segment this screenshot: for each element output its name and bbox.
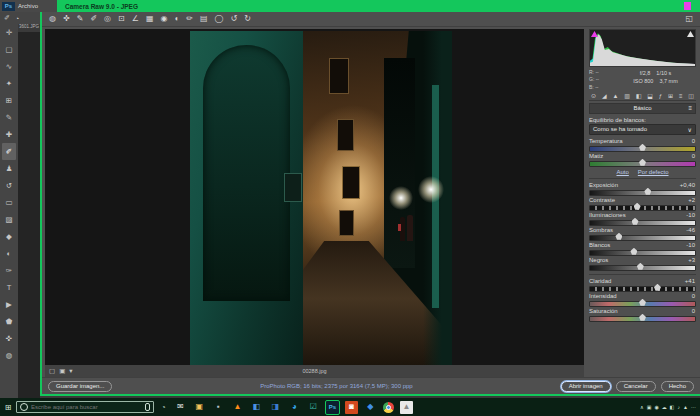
- white-balance-select[interactable]: Como se ha tomado ∨: [589, 124, 696, 135]
- history-brush-tool[interactable]: ↺: [2, 177, 16, 194]
- slider-exposicion: Exposición+0,40: [589, 182, 696, 197]
- brush-tool[interactable]: ✐: [2, 143, 16, 160]
- quick-selection-tool[interactable]: ✦: [2, 75, 16, 92]
- toggle-fullscreen-icon[interactable]: ◱: [685, 15, 693, 23]
- tray-icon[interactable]: ◧: [670, 404, 675, 410]
- photoshop-options-bar: ✐ ◔: [0, 12, 40, 24]
- menu-archivo[interactable]: Archivo: [18, 3, 38, 9]
- tab-effects[interactable]: ƒ: [659, 93, 662, 99]
- microphone-icon[interactable]: [145, 403, 150, 411]
- tray-icon[interactable]: ⋯: [691, 404, 696, 410]
- blur-tool[interactable]: ◆: [2, 228, 16, 245]
- targeted-adjustment-tool[interactable]: ◎: [104, 15, 111, 23]
- straighten-tool[interactable]: ∠: [132, 15, 139, 23]
- tab-tone-curve[interactable]: ◢: [602, 93, 607, 99]
- clone-stamp-tool[interactable]: ♟: [2, 160, 16, 177]
- zoom-tool[interactable]: ◍: [49, 15, 56, 23]
- move-tool[interactable]: ✛: [2, 24, 16, 41]
- tray-icon[interactable]: ♪: [678, 404, 681, 410]
- transform-tool[interactable]: ▦: [146, 15, 154, 23]
- tab-lens-corrections[interactable]: ⬓: [647, 93, 653, 99]
- spot-removal-tool[interactable]: ◉: [161, 15, 168, 23]
- document-tab[interactable]: 3601.JPG: [18, 24, 40, 32]
- task-view-button[interactable]: ◔: [161, 403, 166, 412]
- tray-icon[interactable]: ▲: [683, 404, 688, 410]
- slider-track[interactable]: [589, 205, 696, 211]
- camera-raw-toolbar: ◍✜✎✐◎⊡∠▦◉◐✏▤◯↺↻◱: [42, 12, 700, 27]
- tab-detail[interactable]: ▲: [612, 93, 618, 99]
- hand-tool[interactable]: ✜: [63, 15, 70, 23]
- rotate-right-tool[interactable]: ↻: [244, 15, 251, 23]
- white-balance-tool[interactable]: ✎: [77, 15, 84, 23]
- lasso-tool[interactable]: ∿: [2, 58, 16, 75]
- rotate-left-tool[interactable]: ↺: [231, 15, 238, 23]
- slider-track[interactable]: [589, 190, 696, 196]
- options-brush-icon[interactable]: ✐: [4, 14, 10, 22]
- photo-preview[interactable]: [190, 31, 452, 369]
- marquee-tool[interactable]: ▢: [2, 41, 16, 58]
- tab-hsl-grayscale[interactable]: ▥: [624, 93, 630, 99]
- taskbar-notes-app[interactable]: ▪: [212, 401, 225, 414]
- taskbar-photos[interactable]: ▲: [400, 401, 413, 414]
- taskbar-chrome[interactable]: [383, 402, 394, 413]
- histogram: [589, 29, 696, 67]
- tray-icon[interactable]: ◉: [654, 404, 658, 410]
- zoom-out-button[interactable]: ▢: [49, 367, 55, 375]
- taskbar-photoshop[interactable]: Ps: [326, 401, 339, 414]
- dodge-tool[interactable]: ◐: [2, 245, 16, 262]
- healing-brush-tool[interactable]: ✚: [2, 126, 16, 143]
- slider-track[interactable]: [589, 286, 696, 292]
- hand-tool[interactable]: ✜: [2, 330, 16, 347]
- crop-tool[interactable]: ⊡: [118, 15, 125, 23]
- type-tool[interactable]: T: [2, 279, 16, 296]
- open-image-button[interactable]: Abrir imagen: [561, 381, 611, 392]
- tab-basic[interactable]: ⊙: [591, 93, 596, 99]
- taskbar-vlc[interactable]: ▲: [231, 401, 244, 414]
- zoom-tool[interactable]: ◍: [2, 347, 16, 364]
- crop-tool[interactable]: ⊞: [2, 92, 16, 109]
- zoom-level-select[interactable]: ▾: [69, 367, 72, 375]
- tab-camera-calibration[interactable]: ⊞: [668, 93, 673, 99]
- taskbar-search[interactable]: [16, 401, 154, 413]
- workflow-options-link[interactable]: ProPhoto RGB; 16 bits; 2375 por 3164 (7,…: [118, 383, 554, 389]
- taskbar-file-explorer[interactable]: ▣: [193, 401, 206, 414]
- tab-snapshots[interactable]: ◫: [688, 93, 694, 99]
- default-link[interactable]: Por defecto: [638, 169, 669, 175]
- start-button[interactable]: ⊞: [0, 403, 16, 412]
- cancel-button[interactable]: Cancelar: [616, 381, 656, 392]
- red-eye-tool[interactable]: ◐: [175, 15, 180, 23]
- taskbar-app-blue-1[interactable]: ◧: [250, 401, 263, 414]
- color-sampler-tool[interactable]: ✐: [90, 15, 97, 23]
- tab-presets[interactable]: ≡: [679, 93, 683, 99]
- tray-icon[interactable]: ∧: [640, 404, 644, 410]
- slider-track[interactable]: [589, 250, 696, 256]
- shape-tool[interactable]: ⬟: [2, 313, 16, 330]
- taskbar-app-diamond[interactable]: ◆: [364, 401, 377, 414]
- panel-menu-icon[interactable]: ≡: [688, 105, 692, 111]
- done-button[interactable]: Hecho: [661, 381, 694, 392]
- tray-icon[interactable]: ☁: [662, 404, 667, 410]
- options-preset-icon[interactable]: ◔: [15, 15, 19, 22]
- radial-filter-tool[interactable]: ◯: [215, 15, 224, 23]
- path-selection-tool[interactable]: ▶: [2, 296, 16, 313]
- pen-tool[interactable]: ✑: [2, 262, 16, 279]
- graduated-filter-tool[interactable]: ▤: [200, 15, 208, 23]
- camera-raw-titlebar[interactable]: Camera Raw 9.0 - JPEG: [40, 0, 700, 12]
- taskbar-app-orange[interactable]: ◙: [345, 401, 358, 414]
- tray-icon[interactable]: ▣: [647, 404, 652, 410]
- slider-track[interactable]: [589, 235, 696, 241]
- auto-link[interactable]: Auto: [616, 169, 628, 175]
- taskbar-app-blue-2[interactable]: ◨: [269, 401, 282, 414]
- eyedropper-tool[interactable]: ✎: [2, 109, 16, 126]
- gradient-tool[interactable]: ▨: [2, 211, 16, 228]
- zoom-in-button[interactable]: ▣: [59, 367, 65, 375]
- save-image-button[interactable]: Guardar imagen...: [48, 381, 112, 392]
- taskbar-mail[interactable]: ✉: [174, 401, 187, 414]
- eraser-tool[interactable]: ▭: [2, 194, 16, 211]
- tab-split-toning[interactable]: ◧: [636, 93, 642, 99]
- slider-track[interactable]: [589, 220, 696, 226]
- taskbar-edge[interactable]: ◕: [288, 401, 301, 414]
- taskbar-search-input[interactable]: [31, 404, 142, 410]
- taskbar-todo-app[interactable]: ☑: [307, 401, 320, 414]
- adjustment-brush-tool[interactable]: ✏: [186, 15, 193, 23]
